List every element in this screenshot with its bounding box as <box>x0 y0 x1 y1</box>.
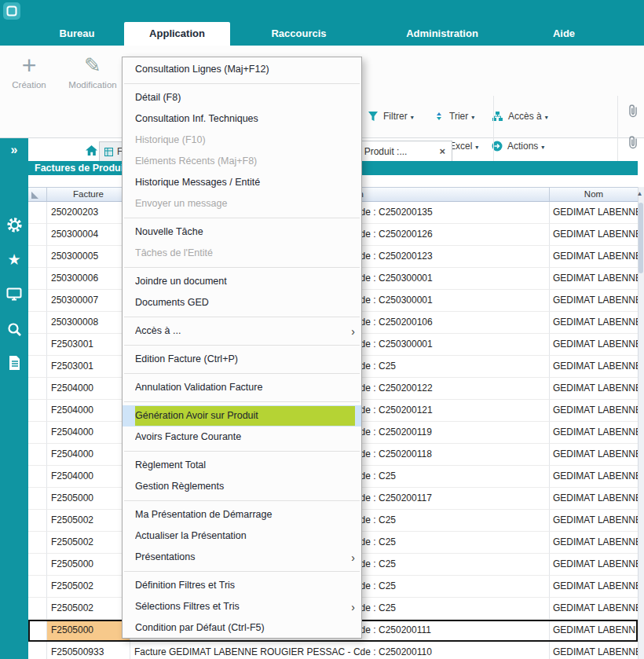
column-header-nom[interactable]: Nom <box>550 188 638 201</box>
menu-item-label: Historique Messages / Entité <box>135 173 355 192</box>
menu-item-consultation-lignes-maj-f12[interactable]: Consultation Lignes (Maj+F12) <box>123 59 361 80</box>
menu-item-documents-ged[interactable]: Documents GED <box>123 292 361 313</box>
menubar-tab-bureau[interactable]: Bureau <box>30 22 124 46</box>
menu-item-condition-par-d-faut-ctrl-f5[interactable]: Condition par Défaut (Ctrl-F5) <box>123 617 361 639</box>
menu-item-pr-sentations[interactable]: Présentations› <box>123 547 361 568</box>
row-selector-cell[interactable] <box>28 620 47 642</box>
gear-icon[interactable] <box>0 217 28 236</box>
actions-button[interactable]: Actions ▾ <box>490 137 562 156</box>
table-row[interactable]: F250500933Facture GEDIMAT LABENNE ROUGIE… <box>28 642 638 659</box>
cell-nom: GEDIMAT LABENNE <box>550 356 638 378</box>
menu-bar: Bureau Application Raccourcis Administra… <box>0 22 644 46</box>
cell-facture: F2505002 <box>47 510 130 532</box>
column-header-facture[interactable]: Facture <box>47 188 130 201</box>
close-icon[interactable]: × <box>439 145 445 157</box>
filter-button[interactable]: Filtrer ▾ <box>366 107 432 126</box>
menu-item-r-glement-total[interactable]: Règlement Total <box>123 455 361 476</box>
menu-separator <box>124 500 360 501</box>
cell-facture: F2503001 <box>47 356 130 378</box>
menubar-tab-aide[interactable]: Aide <box>517 22 611 46</box>
attach-document-button[interactable] <box>627 135 644 152</box>
cell-facture: F2504000 <box>47 400 130 422</box>
search-icon[interactable] <box>0 322 28 340</box>
row-selector-cell[interactable] <box>28 268 47 290</box>
menu-item-label: Présentations <box>135 547 346 567</box>
filter-button-label: Filtrer <box>383 111 408 122</box>
document-icon[interactable] <box>0 355 28 374</box>
row-selector-cell[interactable] <box>28 422 47 444</box>
row-selector-cell[interactable] <box>28 378 47 400</box>
row-selector-cell[interactable] <box>28 576 47 598</box>
row-selector-cell[interactable] <box>28 466 47 488</box>
row-selector-cell[interactable] <box>28 246 47 268</box>
menubar-tab-application[interactable]: Application <box>124 22 230 46</box>
menu-item-s-lections-filtres-et-tris[interactable]: Sélections Filtres et Tris› <box>123 596 361 617</box>
row-selector-cell[interactable] <box>28 224 47 246</box>
row-selector-cell[interactable] <box>28 202 47 224</box>
menu-separator <box>124 345 360 346</box>
cell-nom: GEDIMAT LABENNE <box>550 378 638 400</box>
cell-nom: GEDIMAT LABENNE <box>550 598 638 620</box>
menu-item-label: Edition Facture (Ctrl+P) <box>135 350 355 369</box>
sort-icon <box>434 111 445 122</box>
row-selector-cell[interactable] <box>28 642 47 659</box>
menu-item-label: Définition Filtres et Tris <box>135 576 355 595</box>
cell-facture: 250300005 <box>47 246 130 268</box>
row-selector-cell[interactable] <box>28 444 47 466</box>
menu-item-d-finition-filtres-et-tris[interactable]: Définition Filtres et Tris <box>123 575 361 596</box>
menu-separator <box>124 373 360 374</box>
app-icon[interactable] <box>3 2 20 20</box>
scroll-up-button[interactable]: ▲ <box>635 189 644 199</box>
menu-item-nouvelle-t-che[interactable]: Nouvelle Tâche <box>123 221 361 243</box>
menu-item-gestion-r-glements[interactable]: Gestion Règlements <box>123 476 361 497</box>
menu-item-edition-facture-ctrl-p[interactable]: Edition Facture (Ctrl+P) <box>123 349 361 370</box>
home-icon <box>85 145 98 156</box>
row-selector-cell[interactable] <box>28 334 47 356</box>
menu-separator <box>124 267 360 268</box>
monitor-icon[interactable] <box>0 287 28 304</box>
cell-nom: GEDIMAT LABENNE <box>550 246 638 268</box>
menu-item-label: Génération Avoir sur Produit <box>135 406 355 426</box>
menu-item-g-n-ration-avoir-sur-produit[interactable]: Génération Avoir sur Produit <box>123 405 361 427</box>
row-selector-cell[interactable] <box>28 532 47 554</box>
menu-item-d-tail-f8[interactable]: Détail (F8) <box>123 87 361 108</box>
row-selector-cell[interactable] <box>28 290 47 312</box>
menu-item-joindre-un-document[interactable]: Joindre un document <box>123 271 361 292</box>
select-all-corner[interactable] <box>28 188 47 201</box>
app-logo-icon <box>6 5 17 16</box>
row-selector-cell[interactable] <box>28 312 47 334</box>
select-all-triangle-icon <box>31 192 38 199</box>
expand-panel-icon[interactable]: » <box>0 143 28 157</box>
row-selector-cell[interactable] <box>28 488 47 510</box>
menu-item-annulation-validation-facture[interactable]: Annulation Validation Facture <box>123 377 361 398</box>
menu-separator <box>124 571 360 572</box>
attach-document-button[interactable] <box>627 104 644 121</box>
star-icon[interactable]: ★ <box>0 251 28 269</box>
scrollbar-thumb[interactable] <box>639 203 643 273</box>
row-selector-cell[interactable] <box>28 510 47 532</box>
row-selector-cell[interactable] <box>28 356 47 378</box>
menu-item-avoirs-facture-courante[interactable]: Avoirs Facture Courante <box>123 427 361 448</box>
menu-separator <box>124 317 360 317</box>
title-bar <box>0 0 644 22</box>
menu-item-label: Sélections Filtres et Tris <box>135 597 346 617</box>
menu-item-historique-messages-entit[interactable]: Historique Messages / Entité <box>123 172 361 193</box>
menu-item-acc-s[interactable]: Accès à ...› <box>123 320 361 342</box>
sort-button[interactable]: Trier ▾ <box>432 107 490 126</box>
modification-button[interactable]: ✎ Modification <box>57 50 129 90</box>
access-button[interactable]: Accès à ▾ <box>490 107 562 126</box>
menu-item-ma-pr-sentation-de-d-marrage[interactable]: Ma Présentation de Démarrage <box>123 504 361 525</box>
creation-button[interactable]: + Création <box>6 50 52 90</box>
menubar-tab-raccourcis[interactable]: Raccourcis <box>230 22 368 46</box>
document-glyph <box>8 355 21 371</box>
menu-item-actualiser-la-pr-sentation[interactable]: Actualiser la Présentation <box>123 525 361 547</box>
row-selector-cell[interactable] <box>28 554 47 576</box>
menu-separator <box>124 451 360 452</box>
menu-item-consultation-inf-techniques[interactable]: Consultation Inf. Techniques <box>123 108 361 130</box>
home-tab-button[interactable] <box>85 145 98 159</box>
menubar-tab-administration[interactable]: Administration <box>368 22 517 46</box>
row-selector-cell[interactable] <box>28 598 47 620</box>
row-selector-cell[interactable] <box>28 400 47 422</box>
chevron-down-icon: ▾ <box>475 144 478 151</box>
monitor-glyph <box>6 287 22 301</box>
